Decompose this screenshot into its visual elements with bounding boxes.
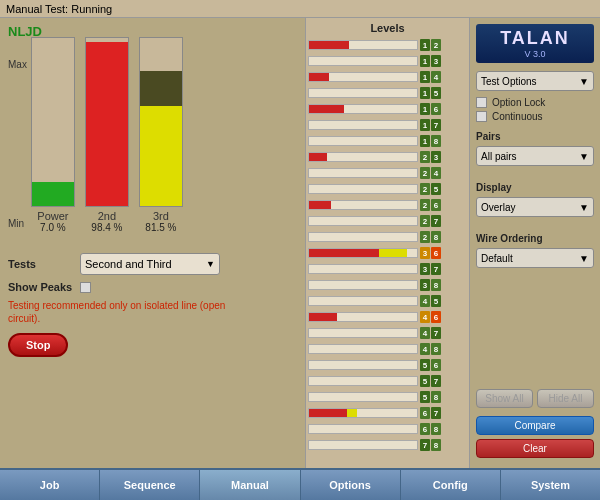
2nd-bar-wrapper bbox=[85, 37, 129, 207]
display-section: Display Overlay ▼ bbox=[476, 182, 594, 223]
option-lock-checkbox[interactable] bbox=[476, 97, 487, 108]
nav-item-sequence[interactable]: Sequence bbox=[100, 470, 200, 500]
pairs-label: Pairs bbox=[476, 131, 594, 142]
clear-button[interactable]: Clear bbox=[476, 439, 594, 458]
level-row: 37 bbox=[308, 262, 467, 276]
hide-all-button[interactable]: Hide All bbox=[537, 389, 594, 408]
talan-version: V 3.0 bbox=[480, 49, 590, 59]
3rd-bar-label: 3rd bbox=[153, 210, 169, 222]
nav-item-manual[interactable]: Manual bbox=[200, 470, 300, 500]
pairs-value: All pairs bbox=[481, 151, 517, 162]
level-row: 58 bbox=[308, 390, 467, 404]
level-row: 25 bbox=[308, 182, 467, 196]
level-row: 16 bbox=[308, 102, 467, 116]
test-options-label: Test Options bbox=[481, 76, 537, 87]
level-row: 46 bbox=[308, 310, 467, 324]
nav-item-options[interactable]: Options bbox=[301, 470, 401, 500]
display-arrow: ▼ bbox=[579, 202, 589, 213]
level-row: 78 bbox=[308, 438, 467, 452]
axis-max-label: Max bbox=[8, 59, 27, 70]
bottom-nav: JobSequenceManualOptionsConfigSystem bbox=[0, 468, 600, 500]
right-panel: TALAN V 3.0 Test Options ▼ Option Lock C… bbox=[470, 18, 600, 468]
top-bar: Manual Test: Running bbox=[0, 0, 600, 18]
3rd-bar-fill bbox=[140, 106, 182, 206]
pairs-arrow: ▼ bbox=[579, 151, 589, 162]
level-row: 67 bbox=[308, 406, 467, 420]
level-row: 13 bbox=[308, 54, 467, 68]
level-row: 45 bbox=[308, 294, 467, 308]
power-bar-wrapper bbox=[31, 37, 75, 207]
3rd-bar-value: 81.5 % bbox=[145, 222, 176, 233]
2nd-bar-fill bbox=[86, 42, 128, 206]
show-all-button[interactable]: Show All bbox=[476, 389, 533, 408]
level-row: 15 bbox=[308, 86, 467, 100]
level-row: 14 bbox=[308, 70, 467, 84]
level-row: 12 bbox=[308, 38, 467, 52]
wire-ordering-dropdown[interactable]: Default ▼ bbox=[476, 248, 594, 268]
3rd-bar-wrapper bbox=[139, 37, 183, 207]
pairs-section: Pairs All pairs ▼ bbox=[476, 131, 594, 172]
axis-min-label: Min bbox=[8, 218, 27, 229]
level-row: 27 bbox=[308, 214, 467, 228]
level-row: 26 bbox=[308, 198, 467, 212]
warning-text: Testing recommended only on isolated lin… bbox=[8, 299, 248, 325]
power-bar-fill bbox=[32, 182, 74, 206]
levels-list: 1213141516171823242526272836373845464748… bbox=[308, 38, 467, 452]
nav-item-job[interactable]: Job bbox=[0, 470, 100, 500]
wire-ordering-value: Default bbox=[481, 253, 513, 264]
talan-logo: TALAN V 3.0 bbox=[476, 24, 594, 63]
level-row: 23 bbox=[308, 150, 467, 164]
wire-ordering-arrow: ▼ bbox=[579, 253, 589, 264]
nav-item-system[interactable]: System bbox=[501, 470, 600, 500]
show-peaks-label: Show Peaks bbox=[8, 281, 80, 293]
wire-ordering-section: Wire Ordering Default ▼ bbox=[476, 233, 594, 274]
display-dropdown[interactable]: Overlay ▼ bbox=[476, 197, 594, 217]
nav-item-config[interactable]: Config bbox=[401, 470, 501, 500]
option-lock-row: Option Lock bbox=[476, 97, 594, 108]
tests-label: Tests bbox=[8, 258, 80, 270]
power-bar-label: Power bbox=[37, 210, 68, 222]
level-row: 38 bbox=[308, 278, 467, 292]
tests-dropdown-arrow: ▼ bbox=[206, 259, 215, 269]
level-row: 48 bbox=[308, 342, 467, 356]
show-peaks-row: Show Peaks bbox=[8, 281, 297, 293]
level-row: 17 bbox=[308, 118, 467, 132]
display-label: Display bbox=[476, 182, 594, 193]
left-panel: NLJD Max Min Power 7.0 % bbox=[0, 18, 305, 468]
tests-dropdown-value: Second and Third bbox=[85, 258, 172, 270]
level-row: 68 bbox=[308, 422, 467, 436]
compare-button[interactable]: Compare bbox=[476, 416, 594, 435]
level-row: 36 bbox=[308, 246, 467, 260]
level-row: 28 bbox=[308, 230, 467, 244]
levels-panel: Levels 121314151617182324252627283637384… bbox=[305, 18, 470, 468]
level-row: 18 bbox=[308, 134, 467, 148]
level-row: 57 bbox=[308, 374, 467, 388]
tests-dropdown[interactable]: Second and Third ▼ bbox=[80, 253, 220, 275]
talan-logo-text: TALAN bbox=[480, 28, 590, 49]
top-bar-title: Manual Test: Running bbox=[6, 3, 112, 15]
wire-ordering-label: Wire Ordering bbox=[476, 233, 594, 244]
2nd-bar-label: 2nd bbox=[98, 210, 116, 222]
power-bar-value: 7.0 % bbox=[40, 222, 66, 233]
level-row: 47 bbox=[308, 326, 467, 340]
levels-title: Levels bbox=[308, 22, 467, 34]
2nd-bar-value: 98.4 % bbox=[91, 222, 122, 233]
show-peaks-checkbox[interactable] bbox=[80, 282, 91, 293]
level-row: 24 bbox=[308, 166, 467, 180]
level-row: 56 bbox=[308, 358, 467, 372]
stop-button[interactable]: Stop bbox=[8, 333, 68, 357]
tests-row: Tests Second and Third ▼ bbox=[8, 253, 297, 275]
test-options-arrow: ▼ bbox=[579, 76, 589, 87]
display-value: Overlay bbox=[481, 202, 515, 213]
pairs-dropdown[interactable]: All pairs ▼ bbox=[476, 146, 594, 166]
test-options-dropdown[interactable]: Test Options ▼ bbox=[476, 71, 594, 91]
continuous-label: Continuous bbox=[492, 111, 543, 122]
option-lock-label: Option Lock bbox=[492, 97, 545, 108]
main-content: NLJD Max Min Power 7.0 % bbox=[0, 18, 600, 468]
continuous-row: Continuous bbox=[476, 111, 594, 122]
continuous-checkbox[interactable] bbox=[476, 111, 487, 122]
